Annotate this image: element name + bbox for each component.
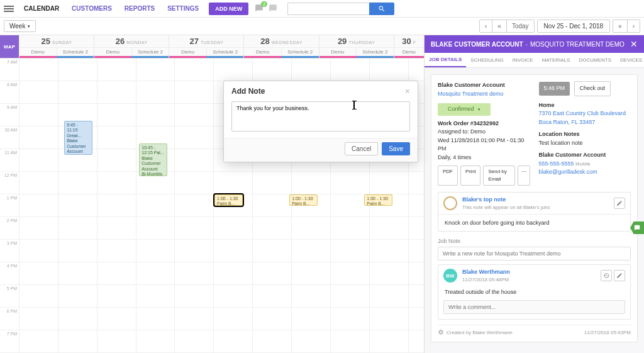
contact-name: Blake Customer Account [539,151,631,160]
map-toggle[interactable]: MAP [0,35,19,58]
event-palm-3[interactable]: 1:00 - 1:30 Palm B...Blake Customer Acco… [364,194,392,206]
schedule-header[interactable]: Schedule 2 [57,48,94,56]
next-page-button[interactable]: › [628,20,640,32]
day-column: 26 MONDAYDemoSchedule 2 [94,35,169,58]
address-line1[interactable]: 7370 East Country Club Boulevard [539,109,631,118]
time-label: 4 PM [0,262,19,285]
top-note-card: Blake's top note This note will appear o… [438,192,631,232]
phone-type: Mobile [575,161,591,167]
top-nav: CALENDAR CUSTOMERS REPORTS SETTINGS ADD … [0,0,644,18]
time-label: 1 PM [0,194,19,217]
today-button[interactable]: Today [507,20,534,32]
time-label: 5 PM [0,285,19,308]
search-input[interactable] [287,3,369,15]
date-nav-group-2: » › [613,20,640,33]
schedule-header[interactable]: Schedule 2 [356,48,394,56]
note-textarea[interactable] [231,101,410,132]
pdf-button[interactable]: PDF [438,165,458,186]
new-note-input[interactable] [438,247,631,261]
time-pill: 5:46 PM [539,82,570,96]
day-column: 25 SUNDAYDemoSchedule 2 [19,35,94,58]
schedule-header[interactable]: Demo [244,48,281,56]
search-bar [287,3,394,15]
add-new-button[interactable]: ADD NEW [209,3,248,15]
search-button[interactable] [369,3,394,15]
day-column: 27 TUESDAYDemoSchedule 2 [169,35,243,58]
nav-settings[interactable]: SETTINGS [161,5,205,12]
nav-calendar[interactable]: CALENDAR [18,5,65,12]
schedule-header[interactable]: Schedule 2 [206,48,244,56]
schedule-header[interactable]: Demo [394,48,424,56]
edit-top-note-button[interactable] [614,198,625,209]
day-column: 29 THURSDAYDemoSchedule 2 [319,35,394,58]
print-button[interactable]: Print [460,165,480,186]
comment-input[interactable] [443,300,625,314]
cancel-button[interactable]: Cancel [345,142,378,155]
checkout-button[interactable]: Check out [574,81,611,96]
view-selector[interactable]: Week▾ [4,20,36,32]
prev-page-button[interactable]: ‹ [480,20,492,32]
panel-header: BLAKE CUSTOMER ACCOUNT - MOSQUITO TREATM… [425,35,644,53]
schedule-header[interactable]: Schedule 2 [131,48,169,56]
time-column: 7 AM8 AM9 AM10 AM11 AM12 PM1 PM2 PM3 PM4… [0,59,19,353]
time-label: 12 PM [0,172,19,194]
tab-job-details[interactable]: JOB DETAILS [425,53,466,67]
note-history-button[interactable] [601,270,612,281]
nav-customers[interactable]: CUSTOMERS [65,5,118,12]
nav-reports[interactable]: REPORTS [118,5,161,12]
save-button[interactable]: Save [382,142,410,155]
day-column: 30 FDemo [394,35,424,58]
add-note-modal: Add Note× Cancel Save [223,81,418,162]
panel-tabs: JOB DETAILS SCHEDULING INVOICE MATERIALS… [425,53,644,68]
event-palm-2[interactable]: 1:00 - 1:30 Palm B...Blake Customer Acco… [289,194,318,206]
job-datetime: Wed 11/28/2018 01:00 PM - 01:30 PM [438,137,530,154]
schedule-header[interactable]: Demo [94,48,131,56]
created-by-text: Created by Blake Werthmann [447,330,513,335]
job-note-card: BW Blake Werthmann 11/27/2018 05:48PM Tr… [438,264,631,320]
status-dropdown[interactable]: Confirmed▾ [438,103,491,116]
job-side-panel: BLAKE CUSTOMER ACCOUNT - MOSQUITO TREATM… [424,35,644,353]
time-label: 7 PM [0,330,19,353]
time-label: 7 AM [0,59,19,81]
more-actions-button[interactable]: ⋯ [518,165,530,186]
location-notes-label: Location Notes [539,130,631,139]
email-link[interactable]: blake@gorilladesk.com [539,168,631,177]
email-button[interactable]: Send by Email [483,165,514,186]
calendar-toolbar: Week▾ ‹ « Today Nov 25 - Dec 1, 2018 » › [0,18,644,35]
schedule-header[interactable]: Demo [19,48,57,56]
event-palm-1[interactable]: 1:00 - 1:30 Palm B...Blake Customer Acco… [214,194,243,206]
recurrence: Daily, 4 times [438,154,530,162]
next-button[interactable]: » [613,20,628,32]
home-label: Home [539,101,631,110]
day-column: 28 WEDNESDAYDemoSchedule 2 [243,35,318,58]
date-nav-group: ‹ « Today [479,20,535,33]
schedule-header[interactable]: Demo [169,48,206,56]
event-mosquito-job[interactable]: 9:45 - 11:15 Great...Blake Customer Acco… [64,121,92,155]
location-notes: Test location note [539,139,631,148]
address-line2[interactable]: Boca Raton, FL 33487 [539,118,631,127]
assigned-to: Assigned to: Demo [438,128,530,137]
notifications-icon[interactable]: 2 [252,4,266,14]
tab-materials[interactable]: MATERIALS [538,53,575,67]
edit-note-button[interactable] [614,270,625,281]
schedule-header[interactable]: Schedule 2 [281,48,319,56]
close-panel-button[interactable]: ✕ [630,39,638,49]
schedule-header[interactable]: Demo [319,48,357,56]
modal-title: Add Note [231,87,265,96]
tab-invoice[interactable]: INVOICE [508,53,538,67]
created-timestamp: 11/27/2018 05:43PM [584,330,631,335]
tab-scheduling[interactable]: SCHEDULING [466,53,508,67]
job-link[interactable]: Mosquito Treatment demo [438,90,530,99]
phone-link[interactable]: 555-555-5555 [539,160,574,167]
hamburger-icon[interactable] [4,6,14,12]
date-range[interactable]: Nov 25 - Dec 1, 2018 [537,20,611,33]
inbox-icon[interactable] [266,4,280,14]
modal-close-button[interactable]: × [405,86,410,96]
prev-button[interactable]: « [492,20,507,32]
event-bimonthly[interactable]: 10:45 - 12:15 Pal...Blake Customer Accou… [139,143,167,176]
note-timestamp: 11/27/2018 05:48PM [462,277,509,283]
tab-devices[interactable]: DEVICES [616,53,644,67]
time-label: 6 PM [0,308,19,330]
time-label: 9 AM [0,104,19,126]
tab-documents[interactable]: DOCUMENTS [574,53,616,67]
